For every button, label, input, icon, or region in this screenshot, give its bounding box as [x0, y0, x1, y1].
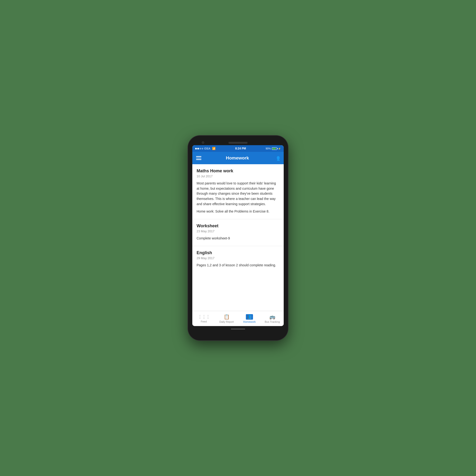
item-para-1-1: Most parents would love to support their…: [197, 181, 279, 206]
nav-label-bus-tracking: Bus Tracking: [265, 320, 280, 323]
phone-device: IDEA 📶 8:24 PM 90% ⚡ Homework: [188, 136, 288, 340]
signal-dot-2: [197, 148, 199, 150]
battery-percentage: 90%: [266, 147, 271, 150]
homework-item-2[interactable]: Worksheet 23 May 2017 Complete worksheet…: [192, 219, 284, 246]
app-header: Homework 👥: [192, 152, 284, 164]
signal-dot-1: [195, 148, 197, 150]
nav-label-feed: Feed: [201, 320, 206, 323]
feed-icon: ⋮⋮⋮: [198, 314, 210, 319]
nav-item-bus-tracking[interactable]: 🚌 Bus Tracking: [261, 311, 284, 326]
item-title-2: Worksheet: [197, 223, 279, 228]
item-body-2: Complete worksheet-9: [197, 236, 279, 241]
home-indicator: [231, 328, 245, 330]
hamburger-button[interactable]: [196, 156, 201, 160]
battery-icon: [272, 147, 277, 150]
speaker: [228, 142, 248, 144]
wifi-icon: 📶: [212, 147, 216, 150]
item-date-2: 23 May 2017: [197, 229, 279, 233]
status-right: 90% ⚡: [266, 147, 281, 150]
signal-icon: [195, 148, 203, 150]
phone-bottom: [192, 326, 284, 331]
item-date-3: 29 May 2017: [197, 256, 279, 260]
hamburger-line-1: [196, 156, 201, 157]
users-icon[interactable]: 👥: [273, 155, 280, 161]
page-title: Homework: [226, 155, 249, 161]
item-para-3-1: Pages 1,2 and 3 of lesson 2 should compl…: [197, 263, 279, 268]
content-area[interactable]: Maths Home work 10 Jul 2017 Most parents…: [192, 164, 284, 311]
hamburger-line-2: [196, 158, 201, 158]
phone-screen: IDEA 📶 8:24 PM 90% ⚡ Homework: [192, 145, 284, 326]
nav-item-daily-report[interactable]: 📋 Daily Report: [215, 311, 238, 326]
item-title-1: Maths Home work: [197, 169, 279, 173]
nav-item-homework[interactable]: 📘 Homework: [238, 311, 261, 326]
carrier-label: IDEA: [204, 147, 210, 150]
homework-item-3[interactable]: English 29 May 2017 Pages 1,2 and 3 of l…: [192, 246, 284, 273]
item-para-1-2: Home work: Solve all the Problems in Exe…: [197, 209, 279, 214]
bottom-nav: ⋮⋮⋮ Feed 📋 Daily Report 📘 Homework 🚌 Bus…: [192, 311, 284, 326]
camera: [202, 141, 204, 144]
item-body-3: Pages 1,2 and 3 of lesson 2 should compl…: [197, 263, 279, 268]
status-bar: IDEA 📶 8:24 PM 90% ⚡: [192, 145, 284, 152]
signal-dot-4: [202, 148, 203, 150]
item-para-2-1: Complete worksheet-9: [197, 236, 279, 241]
nav-item-feed[interactable]: ⋮⋮⋮ Feed: [192, 311, 215, 326]
bus-tracking-icon: 🚌: [270, 314, 275, 320]
item-body-1: Most parents would love to support their…: [197, 181, 279, 214]
hamburger-line-3: [196, 159, 201, 160]
battery-body: [272, 147, 277, 150]
homework-icon: 📘: [246, 314, 253, 320]
charging-icon: ⚡: [278, 147, 281, 150]
homework-item-1[interactable]: Maths Home work 10 Jul 2017 Most parents…: [192, 164, 284, 219]
time-display: 8:24 PM: [235, 147, 246, 150]
signal-dot-3: [200, 148, 201, 150]
phone-top-bar: [192, 140, 284, 145]
item-date-1: 10 Jul 2017: [197, 174, 279, 178]
status-left: IDEA 📶: [195, 147, 216, 150]
nav-label-daily-report: Daily Report: [220, 320, 234, 323]
daily-report-icon: 📋: [224, 314, 230, 320]
battery-fill: [272, 148, 276, 150]
item-title-3: English: [197, 250, 279, 255]
nav-label-homework: Homework: [243, 320, 256, 323]
